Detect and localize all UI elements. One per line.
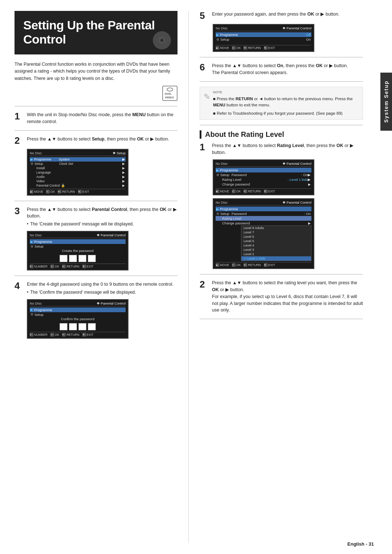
parental3-row-setup: ⚙ Setup On [216,37,311,42]
setup-parental-label: Parental Control 🔒 [36,184,65,187]
rs1-footer-ok: ✓ OK [232,190,241,193]
rs1-changepw-label: Change password [222,182,250,186]
step-5-block: 5 Enter your password again, and then pr… [200,11,363,20]
move-icon: ▲ [30,190,33,194]
divider-9 [200,319,363,319]
p1-ok-icon: ✓ [50,265,54,268]
step-1-content: With the unit in Stop mode/No Disc mode,… [27,111,177,125]
parental2-password-boxes [30,323,126,330]
return-icon: ↩ [58,190,61,194]
step-5-num: 5 [200,11,208,20]
step-1-num: 1 [15,111,23,121]
p2box-2 [69,323,77,330]
setup-install-arrow: ▶ [122,166,125,170]
rs1-footer: ▲ MOVE ✓ OK ↩ RETURN ✕ EXIT [216,188,311,193]
p2-setup-icon: ⚙ [30,313,33,316]
p2-ok-icon: ✓ [50,333,54,337]
p3-on-value: On [306,37,311,41]
rs2-footer-move: ▲ MOVE [216,263,229,267]
p1-setup-icon: ⚙ [30,245,33,248]
rs1-ok-icon: ✓ [232,190,236,193]
setup-row-setup-label: Setup [34,162,58,166]
note-label: Note [213,90,359,95]
rating-step-2-num: 2 [200,280,208,289]
step-3-bold2: OK [160,207,167,212]
step-2-num: 2 [15,136,23,145]
rs1-move-icon: ▲ [216,190,219,193]
divider-2 [15,130,177,131]
divider-4 [15,276,177,276]
setup-row-prog-label: Programme [34,158,57,161]
setup-row-install: Install ▶ [30,166,126,170]
page-title: Setting Up the Parental Control [23,18,169,46]
step-6-block: 6 Press the ▲▼ buttons to select On, the… [200,62,363,76]
intro-text: The Parental Control function works in c… [15,61,177,82]
footer-move: ▲ MOVE [30,190,43,194]
step-5-content: Enter your password again, and then pres… [212,11,363,18]
divider-7 [200,125,363,125]
p1-prog-icon: ▶ [30,240,33,244]
step-3-bold1: Parental Control [92,207,127,212]
step-6-bold1: On [277,63,283,68]
rs1-prog-icon: ▶ [216,168,219,172]
page-number: English - 31 [347,541,374,547]
rs1-changepw-arrow: ▶ [308,183,311,186]
pbox-2 [69,255,77,262]
parental2-ndisc: No Disc [30,301,42,305]
p1-return-icon: ↩ [62,265,66,268]
rs2-title: ❖ Parental Control [282,200,311,204]
parental1-row-prog: ▶ Programme [30,239,126,244]
rs1-password-label: Password [232,173,247,177]
pbox-4 [88,255,96,262]
p1-setup-label: Setup [34,244,44,248]
rs2-prog-icon: ▶ [216,207,219,211]
parental3-empty-row3 [216,43,311,44]
step-3-content: Press the ▲▼ buttons to select Parental … [27,206,177,228]
p3-off-value: Off [306,33,311,37]
p3-footer-return: ↩ RETURN [244,46,261,50]
setup-screen-footer: ▲ MOVE ✓ OK ↩ RETURN ✕ EXIT [30,189,126,194]
rs1-setup-label: Setup [220,173,229,177]
step-3-num: 3 [15,206,23,216]
setup-gear-icon: ⚙ [30,162,33,166]
footer-exit: ✕ EXIT [78,190,89,194]
rs1-topbar: No Disc ❖ Parental Control [216,162,311,167]
level4-row: Level 4 [241,243,311,248]
setup-row-language: Language ▶ [30,170,126,175]
level3-row: Level 3 [241,248,311,252]
rs1-bold1: Rating Level [277,143,304,148]
p1-prog-label: Programme [34,240,52,244]
rs2-row-setup: ⚙ Setup Password : On [216,211,311,216]
p2-setup-label: Setup [34,313,44,317]
step-1-block: 1 With the unit in Stop mode/No Disc mod… [15,111,177,125]
setup-screen-mockup: No Disc ❖ Setup ▶ Programme System ▶ ⚙ S… [27,149,128,196]
rs2-changepw-arrow: ▶ [308,221,311,225]
note-item-1: ■ Press the RETURN or ◄ button to return… [213,96,359,109]
step-4-bullet: The 'Confirm the password' message will … [27,289,177,296]
pbox-3 [78,255,86,262]
rs2-prog-label: Programme [220,207,238,211]
parental2-row-prog: ▶ Programme [30,307,126,312]
rating-section-heading: About the Rating Level [200,130,363,139]
setup-install-label: Install [36,166,45,170]
p2-prog-label: Programme [34,308,52,312]
setup-language-label: Language [36,171,51,174]
rs2-footer: ▲ MOVE ✓ OK ↩ RETURN ✕ EXIT [216,262,311,267]
setup-audio-label: Audio [36,175,45,179]
p3-setup-label: Setup [220,37,229,41]
parental3-row-prog: ▶ Programme Off [216,32,311,37]
rs2-ndisc: No Disc [216,200,228,204]
parental-screen1-mockup: No Disc ❖ Parental Control ▶ Programme ⚙… [27,231,128,270]
parental3-footer: ▲ MOVE ✓ OK ↩ RETURN ✕ EXIT [216,45,311,50]
side-tab-label: System Setup [383,81,389,123]
page-container: System Setup Setting Up the Parental Con… [0,0,392,554]
setup-row-programme: ▶ Programme System ▶ [30,157,126,162]
p3-exit-icon: ✕ [264,46,268,50]
step-1-bold: MENU [132,112,146,117]
divider-1 [15,106,177,106]
divider-5 [200,57,363,57]
rs1-row-change-pw: Change password ▶ [216,182,311,187]
setup-video-label: Video [36,179,45,183]
setup-language-arrow: ▶ [122,171,125,174]
setup-screen-title: ❖ Setup [113,151,126,155]
